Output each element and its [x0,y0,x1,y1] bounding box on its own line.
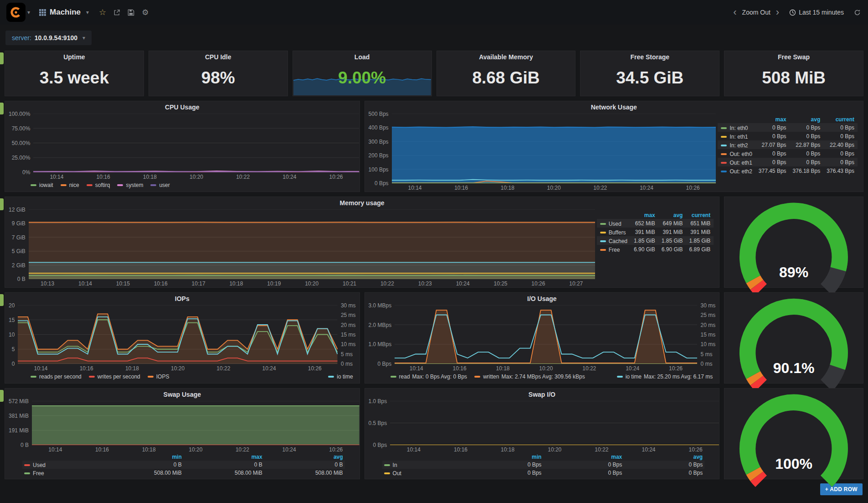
legend-item[interactable]: softirq [87,182,110,188]
plot-area[interactable] [392,114,716,183]
legend-item[interactable]: reads per second [31,373,82,380]
legend-swatch [150,184,156,186]
grafana-logo-button[interactable] [6,3,26,22]
legend-col-header[interactable]: avg [264,453,345,461]
panel-title[interactable]: IOPs [5,293,360,305]
panel-free-swap-gauge: Free Swap 100% [724,388,863,479]
plot-column: 10:1410:1610:1810:2010:2210:2410:26 [32,401,360,453]
stat-value: 3.5 week [5,63,144,96]
legend-item[interactable]: Used [600,221,621,227]
legend-item[interactable]: nice [61,182,79,188]
legend-item[interactable]: In: eth0 [721,125,748,131]
y-tick-label: 15 ms [341,332,356,338]
legend-item[interactable]: Out: eth1 [721,160,752,166]
panel-title[interactable]: Available Memory [437,51,575,63]
legend-item[interactable]: Buffers [600,229,626,236]
panel-title[interactable]: CPU Idle [149,51,288,63]
dashboard-picker[interactable]: Machine ▾ [39,8,89,17]
legend-col-header[interactable]: max [184,453,264,461]
legend-item[interactable]: In: eth1 [721,134,748,140]
server-variable-caret-icon: ▾ [82,35,85,41]
legend-item[interactable]: system [117,182,143,188]
legend-item[interactable]: iowait [31,182,53,188]
y-axis-left: 12 GiB9 GiB7 GiB5 GiB2 GiB0 B [5,209,29,287]
plot-area[interactable] [29,209,595,279]
legend-swatch [328,376,334,378]
legend-col-header[interactable]: max [543,453,624,461]
legend-col-header[interactable]: avg [658,211,686,219]
row-collapse-handle[interactable] [0,390,4,402]
legend-label: io time [337,373,353,380]
legend-item[interactable]: user [150,182,169,188]
save-button[interactable] [124,7,138,18]
time-shift-right-button[interactable]: › [772,8,783,16]
zoom-out-button[interactable]: Zoom Out [742,9,770,16]
plot-area[interactable] [395,305,697,364]
legend-label: user [159,182,169,188]
time-range-picker[interactable]: Last 15 minutes [785,9,848,16]
x-tick-label: 10:18 [501,446,514,453]
time-shift-left-button[interactable]: ‹ [729,8,740,16]
legend-item[interactable]: readMax: 0 Bps Avg: 0 Bps [390,373,467,380]
refresh-button[interactable] [850,7,862,18]
panel-title[interactable]: Load [293,51,431,63]
legend-col-header[interactable]: min [103,453,184,461]
settings-button[interactable]: ⚙ [138,6,152,19]
panel-title[interactable]: Memory usage [5,197,719,209]
legend-item[interactable]: IOPS [148,373,169,380]
legend-col-header[interactable]: current [823,115,858,123]
legend-item[interactable]: Out: eth0 [721,151,752,157]
server-variable-dropdown[interactable]: server: 10.0.9.54:9100 ▾ [5,31,92,45]
legend-item[interactable]: io timeMax: 25.20 ms Avg: 6.17 ms [617,373,713,380]
row-collapse-handle[interactable] [0,103,4,114]
row-collapse-handle[interactable] [0,52,4,64]
x-tick-label: 10:26 [669,365,683,372]
legend-item[interactable]: Used [24,462,46,468]
legend-header-row: maxavgcurrent [597,211,714,219]
legend-item[interactable]: In [384,462,397,468]
row-collapse-handle[interactable] [0,198,4,210]
panel-memory-usage: Memory usage 12 GiB9 GiB7 GiB5 GiB2 GiB0… [5,197,719,288]
legend-item[interactable]: In: eth2 [721,142,748,149]
graph-body: 572 MiB381 MiB191 MiB0 B10:1410:1610:181… [5,401,360,453]
legend-item[interactable]: writes per second [89,373,140,380]
legend-col-header[interactable]: max [631,211,658,219]
plot-area[interactable] [32,401,360,445]
legend-item[interactable]: io time [328,373,353,380]
panel-title[interactable]: Uptime [5,51,144,63]
legend-stat: 0 Bps [543,469,624,477]
x-tick-label: 10:18 [496,365,509,372]
panel-title[interactable]: I/O Usage [365,293,719,305]
legend-label: Free [609,247,620,253]
legend-col-header[interactable]: avg [624,453,704,461]
legend-item[interactable]: Free [600,247,620,253]
plot-area[interactable] [390,401,719,445]
y-tick-label: 0 B [17,276,26,282]
y-axis-left: 500 Bps400 Bps300 Bps200 Bps100 Bps0 Bps [365,114,392,192]
legend-col-header[interactable]: avg [790,115,824,123]
panel-title[interactable]: Swap I/O [365,389,719,401]
legend-col-header[interactable]: current [686,211,714,219]
panel-title[interactable]: Free Swap [724,51,863,63]
star-button[interactable]: ☆ [95,5,110,19]
panel-title[interactable]: Network Usage [365,101,863,114]
legend-col-header[interactable]: min [462,453,543,461]
legend-item[interactable]: Out: eth2 [721,168,752,175]
y-tick-label: 25 ms [700,312,715,318]
plot-area[interactable] [18,305,338,364]
x-tick-label: 10:18 [125,365,139,372]
plot-area[interactable] [33,114,359,172]
panel-title[interactable]: Free Storage [580,51,719,63]
legend-item[interactable]: Out [384,470,401,477]
logo-caret-icon[interactable]: ▾ [27,9,30,16]
share-button[interactable] [110,7,124,18]
row-collapse-handle[interactable] [0,294,4,306]
legend-item[interactable]: writtenMax: 2.74 MBps Avg: 309.56 kBps [474,373,585,380]
panel-title[interactable]: CPU Usage [5,101,360,114]
legend-item[interactable]: Cached [600,238,627,244]
legend-col-header[interactable]: max [755,115,790,123]
x-tick-label: 10:20 [547,185,561,191]
panel-title[interactable]: Swap Usage [5,389,360,401]
legend-item[interactable]: Free [24,470,44,477]
legend-stats: Max: 2.74 MBps Avg: 309.56 kBps [501,373,585,380]
